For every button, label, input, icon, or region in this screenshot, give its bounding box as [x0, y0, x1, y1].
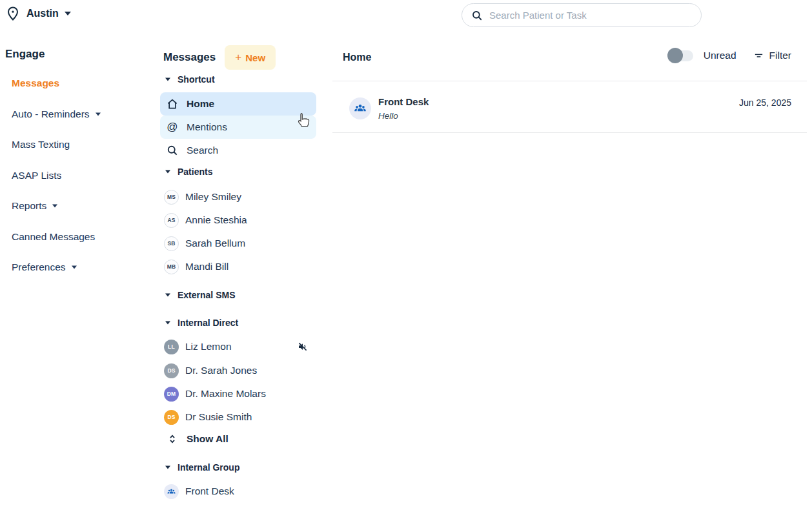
avatar: MS — [164, 190, 179, 205]
search-icon — [471, 10, 483, 21]
muted-icon — [297, 341, 309, 352]
section-header-internal-group[interactable]: Internal Group — [165, 462, 239, 473]
conversation-preview: Hello — [378, 111, 398, 121]
unread-toggle[interactable]: Unread — [669, 50, 736, 61]
avatar: AS — [164, 213, 179, 228]
sidebar-item-asap-lists[interactable]: ASAP Lists — [12, 170, 61, 181]
avatar: DS — [164, 363, 179, 378]
messages-panel: Messages + New Shortcut Home @ Mentions … — [160, 0, 318, 510]
section-collapse-icon — [165, 466, 170, 469]
app-window: Austin Engage Messages Auto - Reminders … — [0, 0, 812, 510]
section-header-shortcut[interactable]: Shortcut — [165, 74, 215, 85]
section-collapse-icon — [165, 78, 170, 81]
unfold-more-icon — [167, 433, 178, 445]
avatar: DS — [164, 410, 179, 425]
messages-panel-title: Messages — [163, 51, 216, 64]
conversation-date: Jun 25, 2025 — [739, 97, 791, 108]
sidebar-item-messages[interactable]: Messages — [12, 77, 59, 89]
toggle-knob[interactable] — [667, 48, 683, 63]
toggle-track[interactable] — [669, 50, 693, 61]
divider — [332, 132, 807, 133]
sidebar-item-auto-reminders[interactable]: Auto - Reminders — [12, 108, 101, 120]
section-collapse-icon — [165, 170, 170, 174]
patient-item[interactable]: AS Annie Steshia — [160, 209, 316, 232]
location-label: Austin — [26, 8, 59, 19]
chevron-down-icon — [52, 205, 57, 208]
home-icon — [166, 97, 179, 110]
sidebar-header: Engage — [5, 48, 45, 61]
section-header-internal-direct[interactable]: Internal Direct — [165, 318, 238, 328]
page-title: Home — [343, 52, 371, 63]
location-selector[interactable]: Austin — [5, 6, 71, 21]
sidebar-item-canned-messages[interactable]: Canned Messages — [12, 231, 95, 243]
search-icon — [166, 144, 179, 157]
section-collapse-icon — [165, 321, 170, 325]
chevron-down-icon — [72, 266, 77, 269]
filter-label: Filter — [769, 50, 791, 61]
conversation-row[interactable]: Front Desk Hello Jun 25, 2025 — [332, 81, 807, 132]
search-input[interactable] — [489, 10, 692, 21]
conversation-name: Front Desk — [378, 96, 429, 107]
internal-direct-item[interactable]: DS Dr Susie Smith — [160, 405, 316, 429]
unread-toggle-label: Unread — [704, 50, 736, 61]
patient-item[interactable]: MB Mandi Bill — [160, 255, 316, 278]
group-avatar — [164, 484, 179, 499]
avatar: MB — [164, 260, 179, 274]
avatar: LL — [164, 340, 179, 354]
chevron-down-icon — [96, 113, 101, 116]
show-all-button[interactable]: Show All — [160, 427, 316, 451]
patient-item[interactable]: SB Sarah Bellum — [160, 232, 316, 255]
chevron-down-icon — [65, 12, 71, 15]
mention-at-icon: @ — [166, 121, 179, 134]
group-avatar — [349, 97, 371, 119]
section-collapse-icon — [165, 294, 170, 297]
internal-group-item[interactable]: Front Desk — [160, 480, 316, 503]
section-header-external-sms[interactable]: External SMS — [165, 290, 235, 300]
shortcut-item-home[interactable]: Home — [160, 92, 316, 116]
avatar: DM — [164, 387, 179, 402]
group-people-icon — [353, 101, 367, 116]
filter-button[interactable]: Filter — [753, 50, 791, 61]
plus-icon: + — [235, 51, 241, 64]
avatar: SB — [164, 236, 179, 251]
new-message-button[interactable]: + New — [225, 45, 276, 70]
patient-item[interactable]: MS Miley Smiley — [160, 185, 316, 209]
shortcut-item-search[interactable]: Search — [160, 139, 316, 162]
section-header-patients[interactable]: Patients — [165, 167, 212, 177]
internal-direct-item[interactable]: DS Dr. Sarah Jones — [160, 359, 316, 382]
internal-direct-item[interactable]: DM Dr. Maxine Molars — [160, 382, 316, 405]
group-people-icon — [167, 487, 176, 496]
global-search[interactable] — [462, 3, 702, 27]
filter-lines-icon — [753, 50, 764, 61]
sidebar-item-mass-texting[interactable]: Mass Texting — [12, 139, 70, 150]
internal-direct-item[interactable]: LL Liz Lemon — [160, 335, 316, 358]
sidebar-item-reports[interactable]: Reports — [12, 200, 58, 212]
shortcut-item-mentions[interactable]: @ Mentions — [160, 116, 316, 139]
location-pin-icon — [5, 6, 21, 21]
sidebar-item-preferences[interactable]: Preferences — [12, 261, 77, 273]
